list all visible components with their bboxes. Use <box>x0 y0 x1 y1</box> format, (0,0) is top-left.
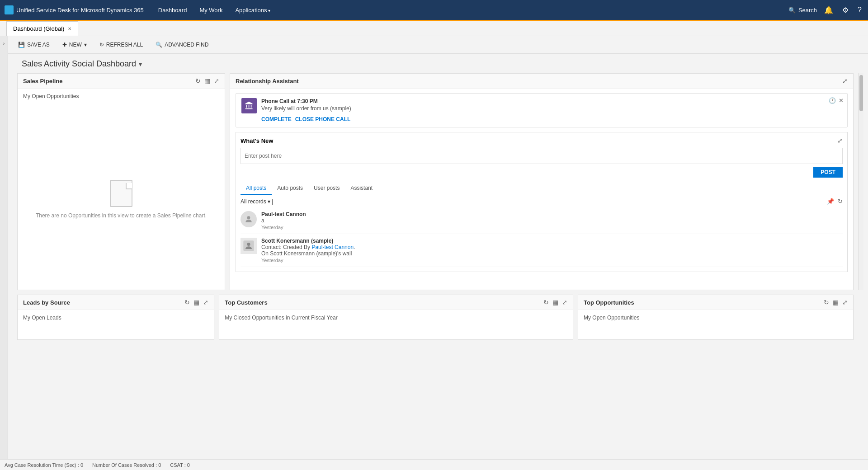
new-dropdown-icon[interactable]: ▾ <box>84 42 87 48</box>
sidebar-collapse-button[interactable]: › <box>0 36 8 459</box>
sales-pipeline-widget: Sales Pipeline ↻ ▦ ⤢ My Open Opportuniti… <box>17 73 225 290</box>
status-cases-resolved: Number Of Cases Resolved : 0 <box>92 462 161 468</box>
new-label: NEW <box>69 42 82 48</box>
tab-user-posts[interactable]: User posts <box>308 182 345 195</box>
tab-assistant[interactable]: Assistant <box>345 182 378 195</box>
post-item-1: Paul-test Cannon a Yesterday <box>241 207 843 234</box>
app-logo-icon <box>5 5 14 14</box>
inner-content: 💾 SAVE AS ✚ NEW ▾ ↻ REFRESH ALL 🔍 ADVANC… <box>8 36 868 459</box>
ra-snooze-icon[interactable]: 🕐 <box>829 97 836 104</box>
bottom-scrollbar-spacer <box>858 295 863 340</box>
tab-close-icon[interactable]: ✕ <box>68 26 71 31</box>
all-records-bar: All records ▾ | 📌 ↻ <box>241 198 843 205</box>
relationship-assistant-header: Relationship Assistant ⤢ <box>230 74 853 89</box>
top-customers-body: My Closed Opportunities in Current Fisca… <box>219 310 573 339</box>
tab-dashboard-global[interactable]: Dashboard (Global) ✕ <box>6 21 78 36</box>
leads-by-source-actions: ↻ ▦ ⤢ <box>184 299 208 306</box>
toolbar: 💾 SAVE AS ✚ NEW ▾ ↻ REFRESH ALL 🔍 ADVANC… <box>8 36 868 54</box>
top-opportunities-subtitle: My Open Opportunities <box>584 315 848 321</box>
top-customers-actions: ↻ ▦ ⤢ <box>543 299 567 306</box>
sales-pipeline-chart-icon[interactable]: ▦ <box>204 77 210 85</box>
post-button[interactable]: POST <box>813 167 843 178</box>
post-link[interactable]: Paul-test Cannon <box>311 244 354 250</box>
all-records-action-icons: 📌 ↻ <box>827 198 843 205</box>
new-button[interactable]: ✚ NEW ▾ <box>60 40 90 50</box>
top-opportunities-title: Top Opportunities <box>584 299 634 306</box>
whats-new-expand-icon[interactable]: ⤢ <box>837 137 843 144</box>
post-content-2: Scott Konersmann (sample) Contact: Creat… <box>261 238 355 263</box>
all-records-dropdown[interactable]: All records ▾ | <box>241 198 273 205</box>
post-item-2: Scott Konersmann (sample) Contact: Creat… <box>241 234 843 267</box>
top-customers-refresh-icon[interactable]: ↻ <box>543 299 549 306</box>
dashboard-dropdown-icon[interactable]: ▾ <box>139 61 142 68</box>
tab-auto-posts[interactable]: Auto posts <box>272 182 308 195</box>
ra-card-content: Phone Call at 7:30 PM Very likely will o… <box>261 98 842 122</box>
nav-applications[interactable]: Applications <box>230 3 276 17</box>
new-icon: ✚ <box>62 42 67 48</box>
save-as-label: SAVE AS <box>27 42 50 48</box>
post-input[interactable] <box>241 148 843 164</box>
top-opportunities-actions: ↻ ▦ ⤢ <box>824 299 848 306</box>
grid-row-2: Leads by Source ↻ ▦ ⤢ My Open Leads <box>17 295 863 340</box>
tab-all-posts[interactable]: All posts <box>241 182 272 195</box>
advanced-find-button[interactable]: 🔍 ADVANCED FIND <box>153 40 211 50</box>
top-customers-chart-icon[interactable]: ▦ <box>552 299 558 306</box>
ra-close-phone-call-link[interactable]: CLOSE PHONE CALL <box>295 116 351 122</box>
top-customers-title: Top Customers <box>225 299 267 306</box>
app-title-text: Unified Service Desk for Microsoft Dynam… <box>16 7 144 14</box>
top-customers-header: Top Customers ↻ ▦ ⤢ <box>219 295 573 310</box>
top-opportunities-header: Top Opportunities ↻ ▦ ⤢ <box>578 295 853 310</box>
top-opportunities-chart-icon[interactable]: ▦ <box>833 299 839 306</box>
search-button[interactable]: 🔍 Search <box>788 7 817 14</box>
ra-complete-link[interactable]: COMPLETE <box>261 116 292 122</box>
post-content-1: Paul-test Cannon a Yesterday <box>261 211 306 230</box>
status-bar: Avg Case Resolution Time (Sec) : 0 Numbe… <box>0 459 868 470</box>
leads-by-source-title: Leads by Source <box>23 299 70 306</box>
sales-pipeline-title: Sales Pipeline <box>23 78 62 85</box>
save-as-button[interactable]: 💾 SAVE AS <box>15 40 52 50</box>
right-scrollbar[interactable] <box>858 73 863 290</box>
top-opportunities-refresh-icon[interactable]: ↻ <box>824 299 829 306</box>
sales-pipeline-header: Sales Pipeline ↻ ▦ ⤢ <box>18 74 225 89</box>
dashboard-title-bar: Sales Activity Social Dashboard ▾ <box>8 54 868 73</box>
status-avg-case: Avg Case Resolution Time (Sec) : 0 <box>5 462 83 468</box>
leads-by-source-expand-icon[interactable]: ⤢ <box>203 299 208 306</box>
pin-icon[interactable]: 📌 <box>827 198 834 205</box>
app-title: Unified Service Desk for Microsoft Dynam… <box>5 5 144 14</box>
top-customers-expand-icon[interactable]: ⤢ <box>562 299 567 306</box>
nav-dashboard[interactable]: Dashboard <box>153 3 193 17</box>
dashboard-title: Sales Activity Social Dashboard <box>22 59 136 69</box>
refresh-posts-icon[interactable]: ↻ <box>838 198 843 205</box>
cursor-indicator: | <box>272 198 273 205</box>
top-opportunities-expand-icon[interactable]: ⤢ <box>842 299 848 306</box>
empty-state-icon <box>110 180 132 207</box>
scrollbar-thumb[interactable] <box>859 75 863 111</box>
nav-links: Dashboard My Work Applications <box>153 3 788 17</box>
settings-icon[interactable]: ⚙ <box>840 4 850 16</box>
tab-bar: Dashboard (Global) ✕ <box>0 20 868 36</box>
relationship-assistant-title: Relationship Assistant <box>236 78 299 85</box>
leads-by-source-chart-icon[interactable]: ▦ <box>193 299 199 306</box>
leads-by-source-widget: Leads by Source ↻ ▦ ⤢ My Open Leads <box>17 295 214 340</box>
sales-pipeline-expand-icon[interactable]: ⤢ <box>214 77 219 85</box>
help-icon[interactable]: ? <box>856 4 863 16</box>
refresh-all-button[interactable]: ↻ REFRESH ALL <box>97 40 146 50</box>
dashboard-grid: Sales Pipeline ↻ ▦ ⤢ My Open Opportuniti… <box>8 73 868 451</box>
notifications-icon[interactable]: 🔔 <box>822 4 835 16</box>
whats-new-title: What's New <box>241 137 273 144</box>
post-second-line: On Scott Konersmann (sample)'s wall <box>261 250 352 257</box>
leads-by-source-refresh-icon[interactable]: ↻ <box>184 299 190 306</box>
nav-right: 🔍 Search 🔔 ⚙ ? <box>788 4 863 16</box>
relationship-assistant-expand-icon[interactable]: ⤢ <box>842 77 848 85</box>
relationship-assistant-body: Phone Call at 7:30 PM Very likely will o… <box>230 89 853 290</box>
relationship-assistant-actions: ⤢ <box>842 77 848 85</box>
whats-new-section: What's New ⤢ POST All posts Auto posts <box>236 132 848 272</box>
posts-tabs: All posts Auto posts User posts Assistan… <box>241 182 843 195</box>
top-navigation: Unified Service Desk for Microsoft Dynam… <box>0 0 868 20</box>
post-button-row: POST <box>241 167 843 178</box>
search-label: Search <box>798 7 817 14</box>
leads-by-source-body: My Open Leads <box>18 310 214 339</box>
ra-dismiss-icon[interactable]: ✕ <box>839 97 844 104</box>
sales-pipeline-refresh-icon[interactable]: ↻ <box>195 77 201 85</box>
nav-my-work[interactable]: My Work <box>194 3 228 17</box>
